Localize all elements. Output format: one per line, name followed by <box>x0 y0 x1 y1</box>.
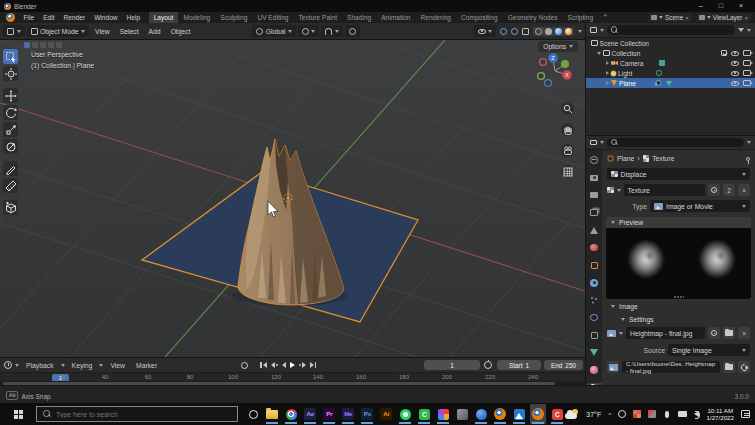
unlink-viewlayer-icon[interactable]: × <box>744 15 748 21</box>
next-keyframe-button[interactable] <box>299 362 306 368</box>
menu-render[interactable]: Render <box>59 12 90 23</box>
stopwatch-icon[interactable] <box>484 361 492 369</box>
minimize-button[interactable]: – <box>699 0 703 12</box>
shading-rendered-icon[interactable] <box>565 28 572 35</box>
app-camtasia-recorder[interactable]: C <box>549 404 565 424</box>
tool-cursor[interactable] <box>3 66 18 81</box>
chevron-down-icon[interactable] <box>578 30 582 33</box>
outliner-row-scene-collection[interactable]: Scene Collection <box>586 38 755 48</box>
hide-eye-icon[interactable] <box>731 61 739 66</box>
frame-start-field[interactable]: Start 1 <box>497 360 541 370</box>
render-visibility-icon[interactable] <box>743 70 751 76</box>
tab-animation[interactable]: Animation <box>376 12 415 23</box>
speaker-icon[interactable] <box>694 411 699 417</box>
texture-datablock-icon[interactable] <box>607 187 614 194</box>
app-blender-active[interactable] <box>530 404 546 424</box>
tab-rendering[interactable]: Rendering <box>416 12 456 23</box>
app-chrome[interactable] <box>283 404 299 424</box>
filepath-open-button[interactable] <box>723 361 735 373</box>
play-button[interactable] <box>290 362 295 368</box>
previous-keyframe-button[interactable] <box>271 362 278 368</box>
image-panel-header[interactable]: Image <box>606 301 751 312</box>
tab-scene[interactable] <box>586 225 602 235</box>
timeline-editor-icon[interactable] <box>4 361 12 369</box>
tab-compositing[interactable]: Compositing <box>456 12 503 23</box>
tab-uv-editing[interactable]: UV Editing <box>252 12 293 23</box>
breadcrumb-object[interactable]: Plane <box>617 155 634 162</box>
weather-temp[interactable]: 37°F <box>586 411 601 418</box>
menu-keying[interactable]: Keying <box>68 362 97 369</box>
mini-toggle-icon[interactable] <box>24 42 30 48</box>
tab-shading[interactable]: Shading <box>342 12 376 23</box>
tab-texture-paint[interactable]: Texture Paint <box>294 12 342 23</box>
close-button[interactable]: × <box>739 0 743 12</box>
menu-marker[interactable]: Marker <box>132 362 161 369</box>
app-photos[interactable] <box>435 404 451 424</box>
timeline-ruler[interactable]: 1 40 60 80 100 120 140 160 180 200 220 2… <box>0 372 585 381</box>
tab-layout[interactable]: Layout <box>149 12 179 23</box>
xray-toggle[interactable] <box>522 28 529 35</box>
mini-toggle-icon[interactable] <box>40 42 46 48</box>
tray-ring-icon[interactable] <box>618 410 626 418</box>
weather-icon[interactable] <box>565 410 579 419</box>
frame-end-field[interactable]: End 250 <box>544 360 583 370</box>
object-visibility-dropdown[interactable] <box>474 25 497 37</box>
search-input[interactable] <box>56 411 216 418</box>
tab-view-layer[interactable] <box>586 208 602 218</box>
app-camtasia[interactable]: C <box>416 404 432 424</box>
app-after-effects[interactable]: Ae <box>302 404 318 424</box>
shading-solid-icon[interactable] <box>545 28 552 35</box>
app-blender[interactable] <box>492 404 508 424</box>
navigation-gizmo[interactable]: Z X <box>535 50 575 94</box>
tray-grid-icon[interactable] <box>633 410 641 418</box>
transform-orientation-dropdown[interactable]: Global <box>252 25 296 37</box>
outliner-row-camera[interactable]: Camera <box>586 58 755 68</box>
outliner-display-mode-icon[interactable] <box>590 27 597 33</box>
outliner-row-light[interactable]: Light <box>586 68 755 78</box>
texture-type-dropdown[interactable]: Image or Movie <box>650 200 750 212</box>
zoom-control[interactable] <box>561 102 574 115</box>
scene-selector[interactable]: Scene × <box>648 13 692 22</box>
current-frame-field[interactable]: 1 <box>424 360 480 370</box>
hidden-icons-chevron[interactable]: ^ <box>608 411 611 417</box>
tool-add-cube[interactable] <box>3 200 18 215</box>
menu-playback[interactable]: Playback <box>22 362 58 369</box>
properties-search-input[interactable] <box>607 138 745 147</box>
tab-constraints[interactable] <box>586 330 602 340</box>
app-gray[interactable] <box>454 404 470 424</box>
menu-view-timeline[interactable]: View <box>106 362 129 369</box>
axis-y-ball[interactable] <box>561 60 569 68</box>
menu-edit[interactable]: Edit <box>39 12 59 23</box>
app-blue[interactable] <box>473 404 489 424</box>
outliner-row-collection[interactable]: Collection <box>586 48 755 58</box>
tab-geometry-nodes[interactable]: Geometry Nodes <box>503 12 563 23</box>
start-button[interactable] <box>14 410 23 419</box>
shading-material-icon[interactable] <box>555 28 562 35</box>
tab-scripting[interactable]: Scripting <box>562 12 598 23</box>
tray-folder-icon[interactable] <box>678 411 687 418</box>
render-visibility-icon[interactable] <box>743 80 751 86</box>
jump-to-start-button[interactable] <box>260 362 267 368</box>
tab-world[interactable] <box>586 243 602 253</box>
chevron-down-icon[interactable] <box>747 141 751 144</box>
record-button[interactable] <box>241 362 248 369</box>
axis-neg-z-ball[interactable] <box>545 80 552 87</box>
hide-eye-icon[interactable] <box>731 81 739 86</box>
app-media-encoder[interactable]: Me <box>340 404 356 424</box>
tool-select-box[interactable] <box>3 49 18 64</box>
image-name-field[interactable]: Heightmap - final.jpg <box>626 327 705 339</box>
fake-user-button[interactable] <box>708 327 720 339</box>
resize-grip[interactable] <box>674 296 684 298</box>
taskbar-clock[interactable]: 10:11 AM 1/27/2022 <box>706 407 734 422</box>
viewport-3d[interactable]: User Perspective (1) Collection | Plane … <box>0 40 585 357</box>
unlink-scene-icon[interactable]: × <box>685 15 689 21</box>
render-visibility-icon[interactable] <box>743 50 751 56</box>
unlink-button[interactable]: × <box>738 184 750 196</box>
tab-modeling[interactable]: Modeling <box>178 12 215 23</box>
transform-pivot-dropdown[interactable] <box>298 25 320 37</box>
ortho-toggle-control[interactable] <box>561 165 574 178</box>
app-photos-blue[interactable] <box>511 404 527 424</box>
add-workspace-button[interactable]: + <box>598 12 612 23</box>
menu-file[interactable]: File <box>19 12 39 23</box>
tab-render[interactable] <box>586 173 602 183</box>
